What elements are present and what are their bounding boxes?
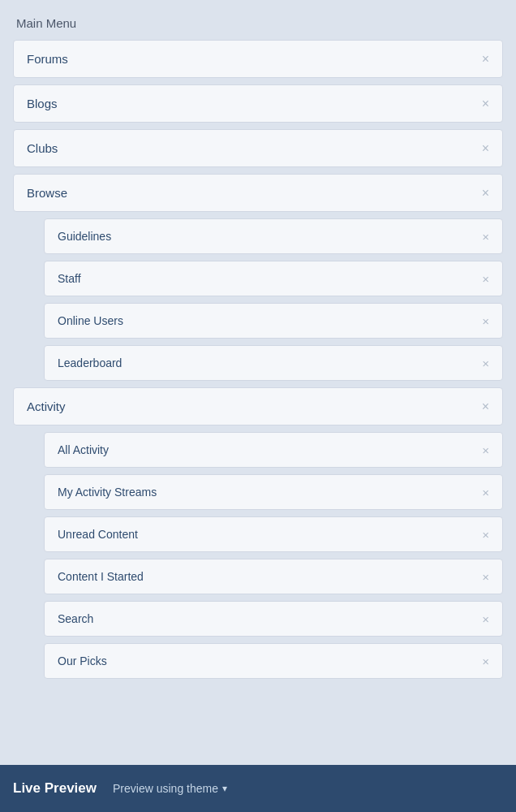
menu-item-label-activity: Activity	[27, 400, 66, 413]
live-preview-label: Live Preview	[13, 780, 97, 797]
close-icon-forums[interactable]: ×	[482, 53, 489, 66]
menu-item-browse[interactable]: Browse ×	[13, 174, 503, 212]
sub-menu-label-our-picks: Our Picks	[58, 654, 107, 667]
sub-menu-browse: Guidelines × Staff × Online Users × Lead…	[44, 218, 503, 381]
close-icon-our-picks[interactable]: ×	[482, 655, 489, 667]
menu-item-label-blogs: Blogs	[27, 97, 58, 110]
close-icon-content-i-started[interactable]: ×	[482, 571, 489, 583]
sub-menu-item-all-activity[interactable]: All Activity ×	[44, 432, 503, 468]
sub-menu-label-search: Search	[58, 612, 93, 625]
page-container: Main Menu Forums × Blogs × Clubs × Brows…	[0, 0, 516, 812]
sub-menu-label-leaderboard: Leaderboard	[58, 356, 122, 369]
menu-item-label-browse: Browse	[27, 186, 67, 200]
sub-menu-label-my-activity-streams: My Activity Streams	[58, 486, 157, 499]
sub-menu-item-my-activity-streams[interactable]: My Activity Streams ×	[44, 474, 503, 510]
sub-menu-label-unread-content: Unread Content	[58, 528, 138, 541]
sub-menu-label-all-activity: All Activity	[58, 443, 109, 456]
close-icon-staff[interactable]: ×	[482, 273, 489, 285]
close-icon-leaderboard[interactable]: ×	[482, 357, 489, 369]
sub-menu-item-leaderboard[interactable]: Leaderboard ×	[44, 345, 503, 381]
menu-item-label-clubs: Clubs	[27, 141, 58, 155]
menu-item-clubs[interactable]: Clubs ×	[13, 129, 503, 167]
close-icon-clubs[interactable]: ×	[482, 142, 489, 155]
page-title: Main Menu	[13, 16, 503, 30]
sub-menu-label-guidelines: Guidelines	[58, 230, 111, 243]
sub-menu-item-staff[interactable]: Staff ×	[44, 261, 503, 296]
sub-menu-activity: All Activity × My Activity Streams × Unr…	[44, 432, 503, 679]
sub-menu-label-online-users: Online Users	[58, 314, 123, 327]
sub-menu-label-content-i-started: Content I Started	[58, 570, 144, 583]
sub-menu-item-online-users[interactable]: Online Users ×	[44, 303, 503, 339]
preview-theme-dropdown[interactable]: Preview using theme ▾	[113, 782, 227, 795]
sub-menu-item-our-picks[interactable]: Our Picks ×	[44, 643, 503, 679]
menu-item-activity[interactable]: Activity ×	[13, 387, 503, 425]
menu-item-blogs[interactable]: Blogs ×	[13, 84, 503, 123]
close-icon-search[interactable]: ×	[482, 613, 489, 625]
preview-theme-text: Preview using theme	[113, 782, 218, 795]
close-icon-online-users[interactable]: ×	[482, 315, 489, 327]
sub-menu-label-staff: Staff	[58, 272, 81, 285]
sub-menu-item-unread-content[interactable]: Unread Content ×	[44, 516, 503, 552]
sub-menu-item-content-i-started[interactable]: Content I Started ×	[44, 559, 503, 594]
sub-menu-item-search[interactable]: Search ×	[44, 601, 503, 637]
close-icon-unread-content[interactable]: ×	[482, 529, 489, 541]
menu-item-forums[interactable]: Forums ×	[13, 40, 503, 78]
menu-item-label-forums: Forums	[27, 52, 68, 66]
close-icon-activity[interactable]: ×	[482, 400, 489, 413]
close-icon-my-activity-streams[interactable]: ×	[482, 486, 489, 499]
close-icon-browse[interactable]: ×	[482, 187, 489, 200]
close-icon-blogs[interactable]: ×	[482, 97, 489, 110]
close-icon-all-activity[interactable]: ×	[482, 444, 489, 456]
menu-list: Forums × Blogs × Clubs × Browse × Guidel…	[13, 40, 503, 679]
sub-menu-item-guidelines[interactable]: Guidelines ×	[44, 218, 503, 254]
chevron-down-icon: ▾	[222, 783, 227, 794]
close-icon-guidelines[interactable]: ×	[482, 231, 489, 243]
live-preview-bar: Live Preview Preview using theme ▾	[0, 765, 516, 812]
